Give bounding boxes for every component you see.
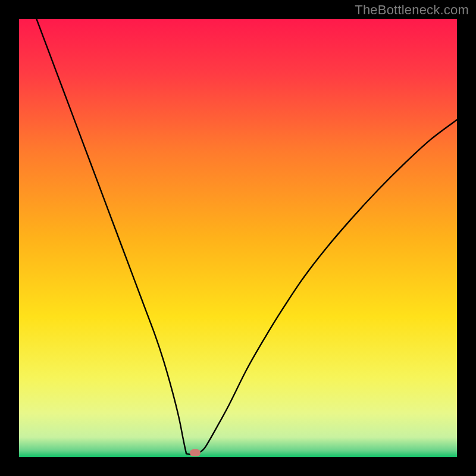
optimal-point-marker	[190, 449, 201, 456]
chart-frame: TheBottleneck.com	[0, 0, 476, 476]
plot-area	[19, 19, 457, 457]
watermark-text: TheBottleneck.com	[355, 2, 469, 18]
bottleneck-curve	[19, 19, 457, 457]
